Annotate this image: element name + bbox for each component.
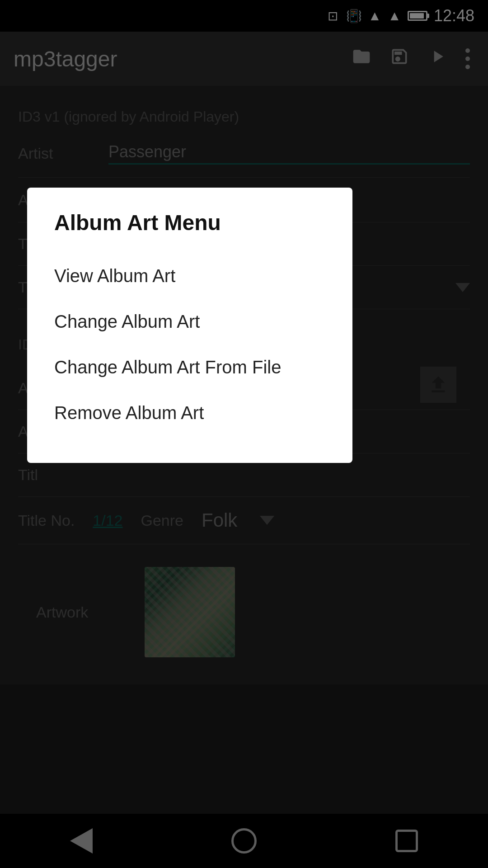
remove-album-art-item[interactable]: Remove Album Art [54,390,325,436]
modal-title: Album Art Menu [54,210,325,235]
change-album-art-from-file-item[interactable]: Change Album Art From File [54,344,325,390]
album-art-menu-dialog: Album Art Menu View Album Art Change Alb… [27,188,352,463]
change-album-art-item[interactable]: Change Album Art [54,299,325,344]
modal-overlay: Album Art Menu View Album Art Change Alb… [0,0,488,868]
view-album-art-item[interactable]: View Album Art [54,253,325,299]
